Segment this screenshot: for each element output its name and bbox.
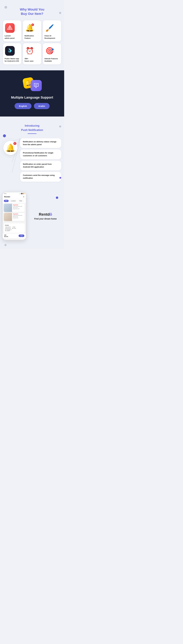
section-why-title: Why Would You Buy Our Item? — [3, 8, 61, 16]
phone-signals: ▲ ⬛ 📶 — [20, 193, 24, 194]
phone-bottom-bar: 63k Month Call — [3, 233, 26, 238]
detail-row-1: 2 Bed Room 1 Toilet — [5, 226, 24, 228]
phone-details-panel: Details 2 Bed Room 1 Toilet 3 Bed Room 6… — [4, 223, 25, 233]
app-brand-tagline: Find your dream home — [29, 218, 62, 220]
detail-bed2: 2 Bed Room — [5, 226, 11, 228]
admob-icon: 🎯 — [44, 46, 55, 56]
phone-call-button[interactable]: Call — [19, 234, 24, 237]
clean-ui-label: Clean UI Development — [44, 34, 60, 39]
english-button[interactable]: English — [15, 103, 32, 109]
section-push: Introducing Push Notification 🔔 1 — [0, 116, 64, 188]
flutter-icon — [5, 46, 15, 56]
lang-buttons: English Arabic — [3, 103, 61, 109]
phone-mockup: 9:41 ▲ ⬛ 📶 Rentdô ☰ Sort Location Filter… — [2, 192, 26, 240]
svg-line-7 — [12, 138, 20, 142]
phone-screen: 9:41 ▲ ⬛ 📶 Rentdô ☰ Sort Location Filter… — [3, 192, 26, 240]
listing-card-1: Negotiable 1 Bed with dining space will … — [4, 204, 25, 212]
listing-title-1: Negotiable — [13, 204, 24, 206]
phone-price: 63k Month — [4, 234, 8, 237]
details-title: Details — [5, 224, 24, 226]
notification-icon: 🔔 1 — [25, 23, 35, 33]
blue-dot-app — [56, 196, 58, 199]
listing-img-1 — [4, 204, 12, 212]
phone-listings: Negotiable 1 Bed with dining space will … — [3, 203, 26, 223]
app-brand-logo: Rentdô — [29, 212, 62, 217]
push-content-area: 🔔 1 Notification on delivery status chan… — [3, 138, 61, 182]
lang-support-title: Multiple Language Support — [3, 96, 61, 100]
section-why: Why Would You Buy Our Item? Laravel admi… — [0, 0, 64, 70]
push-feature-customer-msg: Customers send the message using notific… — [20, 172, 61, 182]
svg-marker-6 — [8, 49, 12, 51]
sort-button[interactable]: Sort — [4, 200, 9, 202]
lang-icons: 🔔 — [3, 78, 61, 92]
push-bell-badge: 1 — [13, 142, 16, 145]
listing-desc-1: 1 Bed with dining space will rent from S… — [13, 206, 24, 210]
filter-button[interactable]: Filter — [18, 200, 24, 202]
phone-status-bar: 9:41 ▲ ⬛ 📶 — [3, 192, 26, 195]
listing-info-1: Negotiable 1 Bed with dining space will … — [12, 204, 25, 212]
features-grid: Laravel admin panel 🔔 1 Notification Fea… — [3, 20, 61, 64]
feature-card-flutter: Flutter Native app for Android & iOS — [3, 43, 21, 64]
detail-bed3: 3 Bed Room — [5, 228, 11, 229]
section-app: 9:41 ▲ ⬛ 📶 Rentdô ☰ Sort Location Filter… — [0, 188, 64, 249]
listing-title-2: Negotiable — [13, 214, 24, 214]
feature-card-notification: 🔔 1 Notification Feature — [23, 20, 41, 42]
laravel-label: Laravel admin panel — [5, 34, 20, 39]
listing-desc-2: 1 Bed with dining space will rent from O… — [13, 215, 24, 218]
push-subtitle: Introducing — [3, 124, 61, 128]
feature-card-clean-ui: 🖌️ Clean UI Development — [43, 20, 61, 42]
listing-card-2: Negotiable 1 Bed with dining space will … — [4, 213, 25, 221]
blue-dot-decoration — [3, 134, 6, 137]
divider — [28, 134, 37, 134]
brand-logo-accent: ô — [50, 212, 52, 216]
hours-label: 350+ hours save — [25, 58, 40, 62]
push-title: Push Notification — [3, 128, 61, 132]
detail-student: For Student & far student — [5, 229, 12, 231]
listing-img-2 — [4, 213, 12, 221]
push-feature-order: Notification on order paced from Android… — [20, 161, 61, 170]
push-feature-promotional: Promotional Notification for single cust… — [20, 150, 61, 159]
detail-floor: 6th Floor — [12, 228, 16, 229]
bell-badge: 1 — [31, 24, 34, 26]
push-bell-icon: 🔔 1 — [4, 141, 18, 155]
location-button[interactable]: Location — [10, 200, 17, 202]
admob-label: Admob Features Available — [44, 58, 60, 62]
brush-icon: 🖌️ — [44, 23, 55, 33]
feature-card-admob: 🎯 Admob Features Available — [43, 43, 61, 64]
detail-row-3: For Student & far student — [5, 229, 24, 231]
phone-header: Rentdô ☰ — [3, 195, 26, 199]
lang-icon-purple — [31, 80, 42, 91]
notification-label: Notification Feature — [25, 34, 40, 39]
logo-accent: ô — [9, 196, 10, 198]
push-feature-delivery: Notification on delivery status change f… — [20, 138, 61, 148]
section-lang: 🔔 Multiple Language Support English Arab… — [0, 70, 64, 116]
phone-filter-row: Sort Location Filter — [3, 199, 26, 203]
flutter-label: Flutter Native app for Android & iOS — [5, 58, 20, 62]
phone-time: 9:41 — [4, 193, 7, 194]
phone-logo: Rentdô — [4, 196, 10, 198]
feature-card-laravel: Laravel admin panel — [3, 20, 21, 42]
app-brand: Rentdô Find your dream home — [28, 212, 62, 220]
clock-icon: ⏰ — [25, 46, 35, 56]
detail-toilet: 1 Toilet — [12, 226, 15, 228]
phone-menu-icon: ☰ — [23, 196, 24, 198]
detail-row-2: 3 Bed Room 6th Floor — [5, 228, 24, 229]
arabic-button[interactable]: Arabic — [34, 103, 50, 109]
laravel-icon — [5, 23, 15, 33]
feature-card-hours: ⏰ 350+ hours save — [23, 43, 41, 64]
push-features-list: Notification on delivery status change f… — [20, 138, 61, 182]
listing-info-2: Negotiable 1 Bed with dining space will … — [12, 213, 25, 221]
push-bell-area: 🔔 1 — [3, 138, 18, 158]
svg-marker-3 — [8, 26, 11, 29]
